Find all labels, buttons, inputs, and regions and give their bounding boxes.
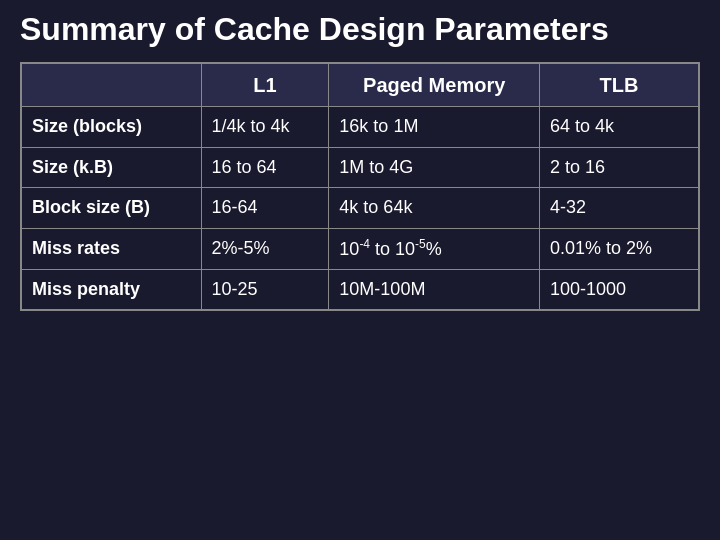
row-l1-block-size: 16-64: [201, 188, 329, 228]
row-paged-miss-penalty: 10M-100M: [329, 269, 540, 310]
row-paged-size-blocks: 16k to 1M: [329, 107, 540, 147]
row-paged-miss-rates: 10-4 to 10-5%: [329, 228, 540, 269]
row-tlb-size-blocks: 64 to 4k: [540, 107, 699, 147]
row-l1-miss-penalty: 10-25: [201, 269, 329, 310]
table-row: Size (blocks) 1/4k to 4k 16k to 1M 64 to…: [21, 107, 699, 147]
col-header-l1: L1: [201, 63, 329, 107]
table-wrapper: L1 Paged Memory TLB Size (blocks) 1/4k t…: [20, 62, 700, 311]
table-row: Miss penalty 10-25 10M-100M 100-1000: [21, 269, 699, 310]
row-label-miss-penalty: Miss penalty: [21, 269, 201, 310]
row-tlb-block-size: 4-32: [540, 188, 699, 228]
cache-design-table: L1 Paged Memory TLB Size (blocks) 1/4k t…: [20, 62, 700, 311]
row-tlb-miss-penalty: 100-1000: [540, 269, 699, 310]
page-title: Summary of Cache Design Parameters: [20, 10, 609, 48]
row-label-size-kb: Size (k.B): [21, 147, 201, 187]
row-label-miss-rates: Miss rates: [21, 228, 201, 269]
col-header-tlb: TLB: [540, 63, 699, 107]
table-row: Miss rates 2%-5% 10-4 to 10-5% 0.01% to …: [21, 228, 699, 269]
row-l1-size-kb: 16 to 64: [201, 147, 329, 187]
row-l1-size-blocks: 1/4k to 4k: [201, 107, 329, 147]
col-header-label: [21, 63, 201, 107]
row-tlb-size-kb: 2 to 16: [540, 147, 699, 187]
row-paged-size-kb: 1M to 4G: [329, 147, 540, 187]
row-label-block-size: Block size (B): [21, 188, 201, 228]
row-paged-block-size: 4k to 64k: [329, 188, 540, 228]
row-tlb-miss-rates: 0.01% to 2%: [540, 228, 699, 269]
row-l1-miss-rates: 2%-5%: [201, 228, 329, 269]
col-header-paged-memory: Paged Memory: [329, 63, 540, 107]
table-row: Block size (B) 16-64 4k to 64k 4-32: [21, 188, 699, 228]
table-row: Size (k.B) 16 to 64 1M to 4G 2 to 16: [21, 147, 699, 187]
row-label-size-blocks: Size (blocks): [21, 107, 201, 147]
